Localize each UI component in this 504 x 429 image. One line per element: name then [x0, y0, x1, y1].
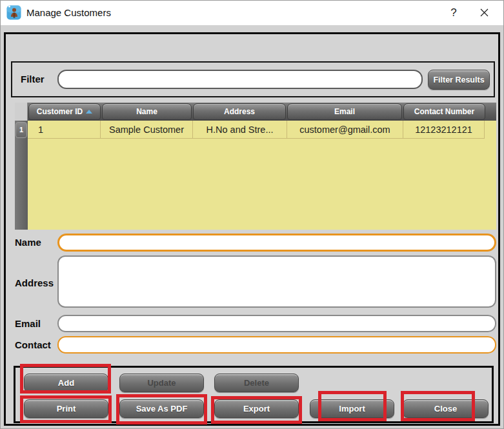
add-button[interactable]: Add — [24, 374, 108, 392]
email-label: Email — [15, 315, 41, 332]
cell-name[interactable]: Sample Customer — [101, 121, 193, 139]
name-label: Name — [15, 234, 41, 252]
filter-input[interactable] — [57, 70, 423, 89]
column-header-label: Email — [334, 107, 355, 116]
address-input[interactable] — [57, 255, 496, 308]
filter-results-button[interactable]: Filter Results — [428, 70, 490, 90]
export-button[interactable]: Export — [214, 399, 299, 418]
column-header-customer-id[interactable]: Customer ID — [28, 103, 101, 120]
name-input[interactable] — [57, 234, 496, 252]
cell-contact-number[interactable]: 12123212121 — [403, 121, 485, 139]
contact-label: Contact — [15, 336, 51, 354]
column-header-name[interactable]: Name — [102, 103, 192, 120]
close-button[interactable]: Close — [403, 399, 489, 418]
column-header-label: Name — [136, 107, 157, 116]
cell-address[interactable]: H.No and Stre... — [193, 121, 287, 139]
email-input[interactable] — [57, 315, 496, 332]
cell-customer-id[interactable]: 1 — [28, 121, 101, 139]
row-header[interactable]: 1 — [15, 122, 27, 138]
delete-button[interactable]: Delete — [214, 374, 299, 392]
address-label: Address — [15, 274, 54, 292]
column-header-label: Address — [224, 107, 255, 116]
contact-input[interactable] — [57, 336, 496, 354]
cell-email[interactable]: customer@gmail.com — [287, 121, 403, 139]
column-header-label: Contact Number — [414, 107, 474, 116]
column-header-address[interactable]: Address — [193, 103, 286, 120]
import-button[interactable]: Import — [310, 399, 394, 418]
save-as-pdf-button[interactable]: Save As PDF — [119, 399, 204, 418]
window-title: Manage Customers — [26, 1, 111, 25]
filter-label: Filter — [21, 61, 45, 97]
table-corner-cell — [15, 103, 28, 121]
column-header-label: Customer ID — [37, 107, 83, 116]
column-header-email[interactable]: Email — [287, 103, 402, 120]
title-bar: Manage Customers ? — [1, 1, 503, 25]
print-button[interactable]: Print — [24, 399, 108, 418]
sort-ascending-icon — [86, 110, 92, 114]
update-button[interactable]: Update — [119, 374, 204, 392]
manage-customers-window: Manage Customers ? Filter Filter Results… — [0, 0, 504, 429]
close-window-icon[interactable] — [470, 1, 498, 25]
help-button[interactable]: ? — [439, 1, 468, 25]
manage-customers-app-icon — [6, 5, 21, 20]
column-header-contact-number[interactable]: Contact Number — [403, 103, 485, 120]
x-cross-icon — [480, 8, 489, 17]
